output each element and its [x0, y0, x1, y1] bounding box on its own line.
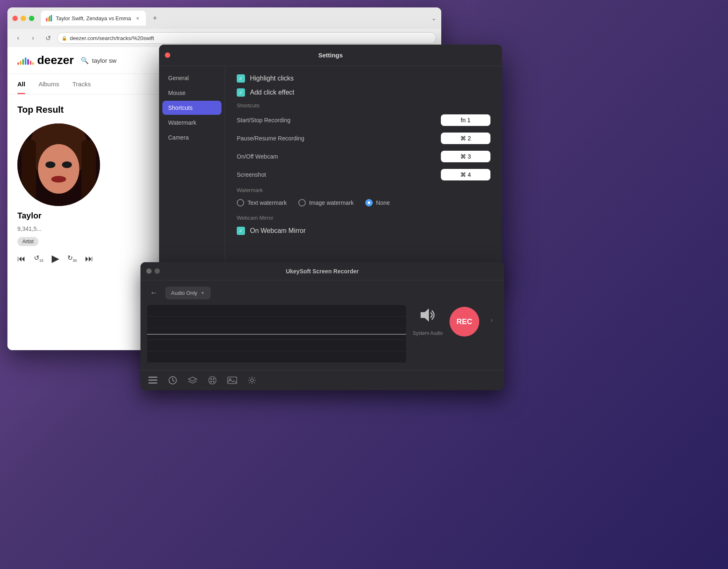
add-click-effect-row: ✓ Add click effect — [237, 88, 490, 97]
forward-skip-btn[interactable]: ↻30 — [67, 254, 77, 263]
deezer-bars-icon — [17, 56, 34, 65]
webcam-key[interactable]: ⌘ 3 — [441, 151, 490, 162]
next-btn[interactable]: ⏭ — [85, 254, 93, 263]
back-btn[interactable]: ‹ — [12, 32, 24, 44]
browser-minimize-btn[interactable] — [21, 16, 26, 21]
artist-name: Taylor — [17, 211, 42, 220]
webcam-mirror-row: ✓ On Webcam Mirror — [237, 227, 490, 235]
prev-btn[interactable]: ⏮ — [17, 254, 26, 263]
watermark-text-radio[interactable] — [237, 199, 244, 206]
settings-body: General Mouse Shortcuts Watermark Camera… — [159, 66, 502, 276]
svg-point-6 — [38, 144, 79, 194]
forward-btn[interactable]: › — [27, 32, 39, 44]
rec-button[interactable]: REC — [450, 307, 479, 337]
toolbar-list-icon[interactable] — [147, 375, 159, 386]
new-tab-btn[interactable]: + — [149, 12, 161, 24]
svg-point-25 — [251, 379, 254, 382]
audio-control: System Audio — [413, 305, 443, 336]
rewind-btn[interactable]: ↺15 — [34, 254, 43, 263]
svg-rect-8 — [81, 140, 96, 206]
audio-label: System Audio — [413, 330, 443, 336]
waveform-area — [147, 305, 406, 363]
toolbar-palette-icon[interactable] — [207, 375, 218, 386]
tab-close-btn[interactable]: ✕ — [134, 15, 141, 21]
tab-favicon — [46, 15, 52, 21]
pause-resume-label: Pause/Resume Recording — [237, 135, 441, 142]
settings-nav-camera[interactable]: Camera — [162, 130, 221, 145]
recorder-btn-1[interactable] — [146, 268, 152, 274]
webcam-mirror-label: Webcam Mirror — [237, 215, 490, 221]
artist-avatar — [17, 123, 100, 206]
rec-dropdown-btn[interactable]: › — [486, 305, 497, 335]
deezer-nav-all[interactable]: All — [17, 74, 25, 94]
svg-rect-13 — [148, 377, 157, 378]
mode-label: Audio Only — [171, 290, 197, 296]
settings-content: ✓ Highlight clicks ✓ Add click effect Sh… — [225, 66, 502, 276]
deezer-search-area[interactable]: 🔍 taylor sw — [81, 57, 117, 64]
svg-point-18 — [209, 377, 216, 384]
recorder-back-btn[interactable]: ← — [147, 286, 160, 299]
toolbar-clock-icon[interactable] — [167, 375, 178, 386]
svg-point-22 — [213, 381, 214, 382]
svg-rect-0 — [46, 18, 47, 21]
watermark-image-radio[interactable] — [298, 199, 306, 206]
highlight-clicks-checkbox[interactable]: ✓ — [237, 74, 245, 83]
shortcuts-section-label: Shortcuts — [237, 102, 490, 109]
add-click-effect-label: Add click effect — [250, 89, 294, 96]
svg-point-11 — [51, 176, 66, 183]
recorder-main: System Audio REC › — [140, 305, 504, 370]
screenshot-key[interactable]: ⌘ 4 — [441, 169, 490, 180]
settings-nav-shortcuts[interactable]: Shortcuts — [162, 101, 221, 115]
watermark-none-radio[interactable] — [365, 199, 373, 206]
browser-close-btn[interactable] — [12, 16, 18, 21]
toolbar-image-icon[interactable] — [226, 375, 238, 386]
browser-maximize-btn[interactable] — [29, 16, 34, 21]
watermark-text-label: Text watermark — [247, 199, 287, 206]
watermark-text-option[interactable]: Text watermark — [237, 199, 287, 206]
start-stop-key[interactable]: fn 1 — [441, 114, 490, 126]
add-click-effect-checkbox[interactable]: ✓ — [237, 88, 245, 97]
mode-selector[interactable]: Audio Only ▼ — [165, 287, 211, 299]
webcam-label: On/Off Webcam — [237, 153, 441, 160]
watermark-none-option[interactable]: None — [365, 199, 390, 206]
screenshot-row: Screenshot ⌘ 4 — [237, 169, 490, 180]
webcam-mirror-checkbox[interactable]: ✓ — [237, 227, 245, 235]
toolbar-layers-icon[interactable] — [187, 375, 198, 386]
browser-traffic-lights — [12, 16, 34, 21]
svg-point-10 — [62, 161, 72, 168]
watermark-image-label: Image watermark — [309, 199, 354, 206]
deezer-nav-albums[interactable]: Albums — [38, 74, 59, 94]
deezer-search-text: taylor sw — [92, 57, 117, 64]
webcam-mirror-option: On Webcam Mirror — [250, 227, 306, 235]
webcam-row: On/Off Webcam ⌘ 3 — [237, 151, 490, 162]
watermark-image-option[interactable]: Image watermark — [298, 199, 354, 206]
svg-marker-17 — [188, 377, 197, 381]
browser-tab[interactable]: Taylor Swift, Zendaya vs Emma ✕ — [41, 11, 146, 26]
deezer-search-icon: 🔍 — [81, 57, 89, 64]
deezer-nav-tracks[interactable]: Tracks — [72, 74, 90, 94]
settings-nav-general[interactable]: General — [162, 71, 221, 85]
pause-resume-key[interactable]: ⌘ 2 — [441, 133, 490, 144]
start-stop-label: Start/Stop Recording — [237, 117, 441, 123]
tab-menu-btn[interactable]: ⌄ — [431, 15, 436, 21]
lock-icon: 🔒 — [62, 36, 67, 41]
recorder-btn-2[interactable] — [155, 268, 160, 274]
svg-point-19 — [210, 378, 212, 380]
artist-badge: Artist — [17, 237, 38, 246]
waveform-grid-line-2 — [147, 317, 406, 328]
settings-close-btn[interactable] — [165, 52, 170, 58]
address-bar[interactable]: 🔒 deezer.com/search/tracks/%20swift — [57, 32, 436, 44]
settings-nav-watermark[interactable]: Watermark — [162, 116, 221, 130]
watermark-section-label: Watermark — [237, 187, 490, 193]
play-btn[interactable]: ▶ — [52, 253, 59, 264]
toolbar-gear-icon[interactable] — [246, 375, 258, 386]
refresh-btn[interactable]: ↺ — [42, 32, 54, 44]
waveform-grid-line-5 — [147, 351, 406, 363]
settings-nav-mouse[interactable]: Mouse — [162, 86, 221, 100]
waveform-line — [147, 334, 406, 334]
watermark-section: Watermark Text watermark Image watermark… — [237, 187, 490, 206]
svg-point-21 — [210, 381, 212, 382]
svg-rect-2 — [49, 16, 50, 21]
svg-rect-15 — [148, 382, 157, 384]
artist-plays: 9,341,5... — [17, 225, 41, 232]
